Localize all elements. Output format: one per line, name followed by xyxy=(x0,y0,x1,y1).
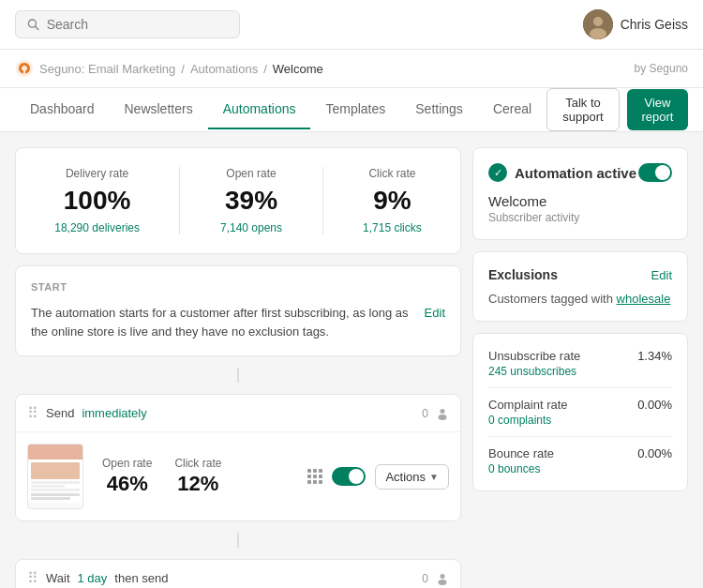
step-2-header: ⠿ Wait 1 day then send 0 xyxy=(16,560,460,588)
metric-unsubscribe-value: 1.34% xyxy=(637,349,672,363)
nav-actions: Talk to support View report xyxy=(546,88,688,131)
step-2-header-left: ⠿ Wait 1 day then send xyxy=(27,569,168,587)
metric-unsubscribe-link[interactable]: 245 unsubscribes xyxy=(488,365,672,378)
breadcrumb-sep2: / xyxy=(263,62,267,76)
open-rate-value: 39% xyxy=(220,186,282,216)
tab-dashboard[interactable]: Dashboard xyxy=(15,90,110,129)
step-2-send-label: Wait xyxy=(46,571,70,585)
click-rate-stat: Click rate 9% 1,715 clicks xyxy=(363,167,422,234)
step-1-toggle[interactable] xyxy=(332,467,366,486)
tab-settings[interactable]: Settings xyxy=(400,90,478,129)
step-1-send-label: Send xyxy=(46,406,74,420)
step-1-thumbnail xyxy=(27,444,83,509)
automation-status-label: Automation active xyxy=(515,165,636,181)
automation-toggle-knob xyxy=(655,165,670,180)
search-box[interactable] xyxy=(15,10,240,38)
open-rate-label: Open rate xyxy=(220,167,282,180)
delivery-rate-label: Delivery rate xyxy=(54,167,140,180)
automation-name: Welcome xyxy=(488,193,672,209)
connector-2 xyxy=(15,533,461,548)
metric-bounce-value: 0.00% xyxy=(637,446,672,460)
step-2-person-icon xyxy=(436,572,449,585)
metric-bounce-link[interactable]: 0 bounces xyxy=(488,462,672,475)
automation-toggle[interactable] xyxy=(638,163,672,182)
start-label: START xyxy=(31,281,445,293)
svg-point-8 xyxy=(441,574,445,579)
main-content: Delivery rate 100% 18,290 deliveries Ope… xyxy=(0,132,703,588)
step-1-actions-label: Actions xyxy=(385,470,426,484)
metric-divider-2 xyxy=(488,436,672,437)
connector-line-2 xyxy=(237,533,239,548)
metric-complaint-label: Complaint rate xyxy=(488,398,568,412)
step-1-click-rate-value: 12% xyxy=(174,472,221,496)
delivery-link[interactable]: 18,290 deliveries xyxy=(54,221,140,234)
metric-bounce-header: Bounce rate 0.00% xyxy=(488,446,672,460)
right-column: ✓ Automation active Welcome Subscriber a… xyxy=(472,147,688,588)
nav-bar: Dashboard Newsletters Automations Templa… xyxy=(0,88,703,132)
step-1-open-rate-label: Open rate xyxy=(102,457,152,470)
talk-support-button[interactable]: Talk to support xyxy=(546,88,620,131)
metric-complaint: Complaint rate 0.00% 0 complaints xyxy=(488,398,672,427)
exclusions-edit-link[interactable]: Edit xyxy=(651,268,672,282)
step-1-header-right: 0 xyxy=(422,407,449,420)
exclusions-header: Exclusions Edit xyxy=(488,267,672,282)
exclusions-desc: Customers tagged with wholesale xyxy=(488,292,672,306)
exclusions-desc-text: Customers tagged with xyxy=(488,292,613,306)
left-column: Delivery rate 100% 18,290 deliveries Ope… xyxy=(15,147,461,588)
drag-icon-1[interactable]: ⠿ xyxy=(27,404,38,422)
metric-divider-1 xyxy=(488,387,672,388)
step-1-open-rate: Open rate 46% xyxy=(102,457,152,496)
start-edit-link[interactable]: Edit xyxy=(425,304,445,323)
step-1-timing-link[interactable]: immediately xyxy=(82,406,146,420)
step-1-stats: Open rate 46% Click rate 12% xyxy=(102,457,221,496)
drag-icon-2[interactable]: ⠿ xyxy=(27,569,38,587)
exclusions-tag-link[interactable]: wholesale xyxy=(617,292,671,306)
breadcrumb-section: Automations xyxy=(190,62,258,76)
breadcrumb-sep1: / xyxy=(181,62,185,76)
step-1-person-icon xyxy=(436,407,449,420)
metric-complaint-header: Complaint rate 0.00% xyxy=(488,398,672,412)
step-2-timing-link[interactable]: 1 day xyxy=(78,571,108,585)
start-block: START The automation starts for a custom… xyxy=(15,265,461,356)
step-1-actions-button[interactable]: Actions ▼ xyxy=(375,464,449,490)
tab-automations[interactable]: Automations xyxy=(208,90,311,129)
metric-complaint-value: 0.00% xyxy=(637,398,672,412)
click-link[interactable]: 1,715 clicks xyxy=(363,221,422,234)
tab-templates[interactable]: Templates xyxy=(310,90,400,129)
click-rate-value: 9% xyxy=(363,186,422,216)
automation-status-left: ✓ Automation active xyxy=(488,163,636,182)
step-1-click-rate-label: Click rate xyxy=(174,457,221,470)
tab-cereal[interactable]: Cereal xyxy=(478,90,546,129)
exclusions-card: Exclusions Edit Customers tagged with wh… xyxy=(472,251,688,322)
svg-point-7 xyxy=(439,415,447,420)
nav-tabs: Dashboard Newsletters Automations Templa… xyxy=(15,90,546,129)
email-step-2: ⠿ Wait 1 day then send 0 xyxy=(15,559,461,588)
view-report-button[interactable]: View report xyxy=(627,89,688,130)
start-description: The automation starts for a customer aft… xyxy=(31,304,445,340)
metric-bounce-label: Bounce rate xyxy=(488,446,554,460)
step-1-open-rate-value: 46% xyxy=(102,472,152,496)
tab-newsletters[interactable]: Newsletters xyxy=(110,90,208,129)
metric-bounce: Bounce rate 0.00% 0 bounces xyxy=(488,446,672,475)
svg-line-1 xyxy=(36,26,38,29)
click-rate-label: Click rate xyxy=(363,167,422,180)
step-1-recipient-count: 0 xyxy=(422,407,428,420)
step-1-chevron-icon: ▼ xyxy=(429,472,439,482)
step-1-click-rate: Click rate 12% xyxy=(174,457,221,496)
avatar xyxy=(583,9,613,39)
step-1-grid-icon[interactable] xyxy=(307,469,322,484)
stat-divider-2 xyxy=(322,167,323,234)
automation-sub: Subscriber activity xyxy=(488,211,672,224)
open-link[interactable]: 7,140 opens xyxy=(220,221,282,234)
step-2-send-suffix: then send xyxy=(114,571,168,585)
by-seguno: by Seguno xyxy=(635,62,688,75)
step-1-header-left: ⠿ Send immediately xyxy=(27,404,147,422)
svg-point-6 xyxy=(441,409,445,414)
search-icon xyxy=(27,18,39,31)
metric-complaint-link[interactable]: 0 complaints xyxy=(488,414,672,427)
search-input[interactable] xyxy=(47,17,228,32)
step-2-header-right: 0 xyxy=(422,572,449,585)
breadcrumb-bar: Seguno: Email Marketing / Automations / … xyxy=(0,50,703,88)
connector-line-1 xyxy=(237,368,239,383)
seguno-logo xyxy=(15,59,34,78)
